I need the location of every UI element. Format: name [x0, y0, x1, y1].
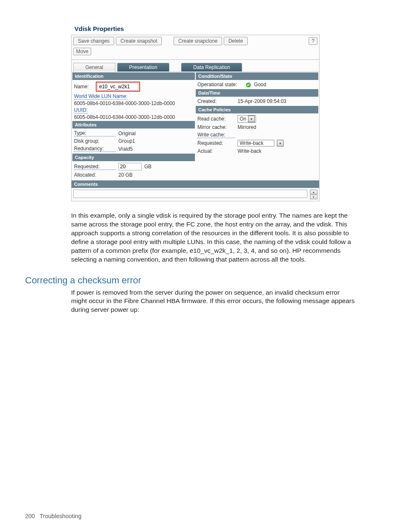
name-label: Name:	[74, 84, 93, 90]
tab-general[interactable]: General	[73, 63, 115, 72]
delete-button[interactable]: Delete	[224, 37, 248, 45]
comments-field[interactable]	[73, 190, 307, 198]
comments-spinner: ▴ ▾	[310, 190, 317, 199]
spinner-down-icon[interactable]: ▾	[310, 195, 317, 199]
tab-presentation[interactable]: Presentation	[117, 63, 169, 72]
heading-checksum-error: Correcting a checksum error	[25, 275, 374, 286]
requested-capacity-field[interactable]	[118, 163, 142, 170]
type-label[interactable]: Type:	[74, 130, 116, 136]
write-actual-value: Write-back	[238, 148, 317, 154]
created-value: 15-Apr-2009 09:54:03	[238, 98, 317, 104]
uuid-label[interactable]: UUID:	[74, 107, 88, 113]
allocated-value: 20 GB	[118, 172, 193, 178]
left-column: Identification Name: World Wide LUN Name…	[72, 72, 195, 180]
chevron-down-icon: ▾	[248, 116, 255, 122]
tabs: General Presentation Data Replication	[72, 60, 319, 72]
cache-header: Cache Policies	[196, 106, 318, 113]
page-footer: 200 Troubleshooting	[25, 513, 82, 519]
attributes-header: Attributes	[72, 121, 195, 129]
section-name: Troubleshooting	[40, 513, 82, 519]
read-cache-label: Read cache:	[197, 116, 235, 122]
requested-label[interactable]: Requested:	[74, 164, 116, 170]
name-field[interactable]	[97, 83, 138, 90]
create-snapshot-button[interactable]: Create snapshot	[116, 37, 162, 45]
help-button[interactable]: ?	[309, 37, 317, 45]
identification-header: Identification	[72, 72, 195, 80]
allocated-label: Allocated:	[74, 172, 116, 178]
toolbar: Save changes Create snapshot Create snap…	[72, 35, 319, 60]
created-label: Created:	[197, 98, 235, 104]
redundancy-label[interactable]: Redundancy:	[74, 146, 116, 152]
disk-group-value: Group1	[118, 138, 193, 144]
requested-unit: GB	[144, 164, 151, 170]
wwln-label[interactable]: World Wide LUN Name:	[74, 93, 128, 100]
disk-group-label: Disk group:	[74, 138, 116, 144]
read-cache-select[interactable]: On ▾	[238, 115, 256, 123]
body-paragraph-1: In this example, only a single vdisk is …	[71, 211, 357, 264]
redundancy-value: Vraid5	[118, 146, 193, 152]
mirror-cache-label: Mirror cache:	[197, 124, 235, 130]
page-number: 200	[25, 513, 35, 519]
write-requested-select[interactable]: Write-back	[238, 140, 274, 146]
op-state-label: Operational state:	[197, 82, 243, 87]
condition-header: Condition/State	[196, 72, 318, 80]
write-cache-label[interactable]: Write cache:	[197, 132, 235, 138]
save-button[interactable]: Save changes	[73, 37, 114, 45]
spinner-up-icon[interactable]: ▴	[310, 190, 317, 194]
type-value: Original	[118, 131, 193, 136]
write-requested-value: Write-back	[240, 140, 263, 146]
name-highlight	[96, 82, 140, 92]
status-good-icon: ✔	[246, 82, 251, 87]
vdisk-panel: Save changes Create snapshot Create snap…	[71, 35, 320, 201]
write-actual-label: Actual:	[197, 148, 235, 154]
right-column: Condition/State Operational state: ✔ Goo…	[196, 72, 318, 180]
create-snapclone-button[interactable]: Create snapclone	[174, 37, 222, 45]
capacity-header: Capacity	[72, 154, 195, 161]
body-paragraph-2: If power is removed from the server duri…	[71, 288, 357, 315]
write-requested-label: Requested:	[197, 140, 235, 146]
op-state-value: Good	[254, 82, 266, 87]
comments-header: Comments	[72, 180, 319, 188]
tab-data-replication[interactable]: Data Replication	[181, 63, 242, 72]
uuid-value: 6005-08b4-0010-6384-0000-3000-12db-0000	[74, 114, 193, 120]
panel-title: Vdisk Properties	[74, 25, 320, 32]
chevron-down-icon[interactable]: ▾	[277, 140, 284, 146]
wwln-value: 6005-08b4-0010-6384-0000-3000-12db-0000	[74, 100, 193, 106]
move-button[interactable]: Move	[73, 48, 91, 55]
datetime-header: Date/Time	[196, 89, 318, 97]
mirror-cache-value: Mirrored	[238, 124, 317, 130]
read-cache-value: On	[240, 116, 246, 122]
vdisk-properties-screenshot: Vdisk Properties Save changes Create sna…	[71, 25, 320, 201]
